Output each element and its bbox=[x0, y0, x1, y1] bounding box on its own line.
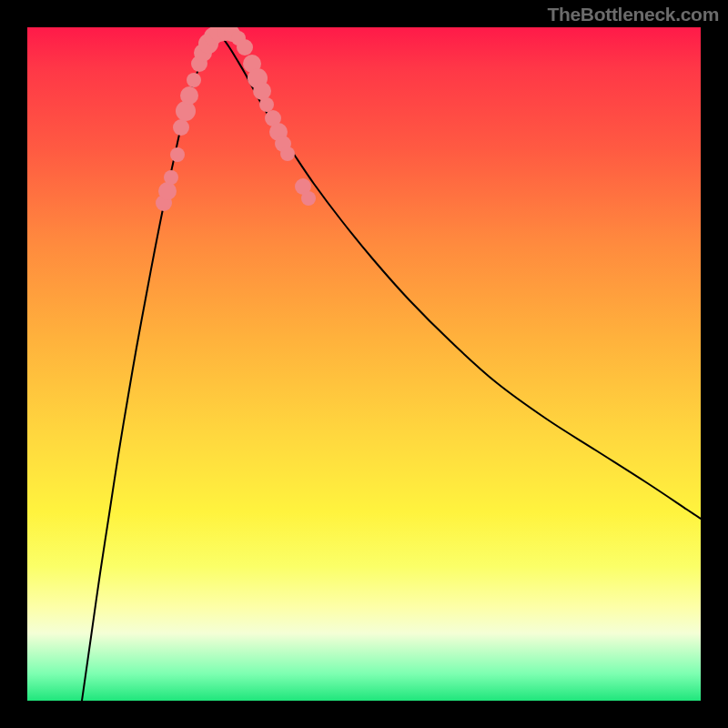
data-marker bbox=[164, 170, 178, 185]
plot-area bbox=[27, 27, 701, 701]
data-marker bbox=[237, 39, 253, 56]
data-marker bbox=[280, 147, 295, 161]
watermark-text: TheBottleneck.com bbox=[547, 4, 719, 25]
chart-svg bbox=[27, 27, 701, 701]
curve-left-curve bbox=[82, 32, 218, 701]
data-marker bbox=[158, 182, 177, 200]
data-marker bbox=[187, 73, 201, 87]
data-marker bbox=[301, 191, 316, 206]
data-marker bbox=[253, 82, 271, 100]
markers-layer bbox=[156, 27, 316, 211]
data-marker bbox=[176, 101, 196, 121]
chart-frame: TheBottleneck.com bbox=[0, 0, 728, 728]
data-marker bbox=[180, 86, 198, 105]
data-marker bbox=[259, 97, 274, 112]
data-marker bbox=[170, 147, 185, 162]
curve-right-curve bbox=[218, 32, 701, 519]
data-marker bbox=[173, 119, 189, 136]
